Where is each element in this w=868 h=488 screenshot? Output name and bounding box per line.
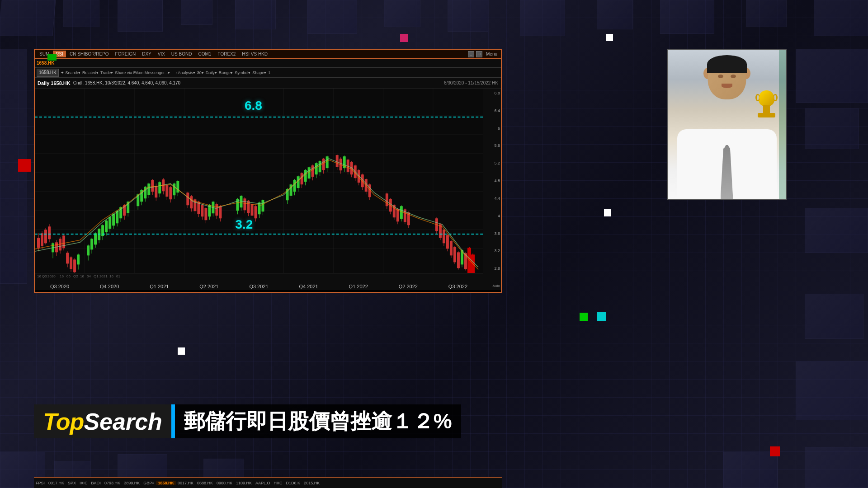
green-square-top bbox=[47, 54, 57, 61]
toolbar-range[interactable]: Range▾ bbox=[219, 70, 233, 75]
svg-rect-35 bbox=[70, 257, 72, 269]
svg-rect-123 bbox=[262, 200, 264, 211]
toolbar-trade[interactable]: Trade▾ bbox=[100, 70, 113, 75]
cyan-square-br bbox=[597, 312, 606, 321]
toolbar-share[interactable]: Share via Eikon Messenger...▾ bbox=[115, 70, 170, 75]
svg-rect-195 bbox=[457, 252, 460, 268]
svg-rect-45 bbox=[94, 233, 97, 244]
price-label-high: 6.8 bbox=[245, 99, 262, 113]
minimize-btn[interactable]: _ bbox=[468, 51, 474, 57]
chart-date-range: 6/30/2020 - 11/15/2022 HK bbox=[444, 80, 498, 85]
tab-dxy[interactable]: DXY bbox=[139, 51, 154, 57]
ticker-aapl: AAPL.O bbox=[254, 481, 272, 485]
toolbar-search[interactable]: ✦ Search▾ bbox=[61, 70, 80, 75]
price-tick-8: 4 bbox=[484, 214, 500, 218]
quarter-q2-2021: Q2 2021 bbox=[184, 284, 234, 289]
chart-area: 6.8 3.2 bbox=[35, 89, 501, 290]
svg-rect-145 bbox=[322, 159, 325, 170]
svg-rect-29 bbox=[59, 239, 61, 250]
price-tick-auto: Auto bbox=[484, 284, 500, 288]
svg-rect-87 bbox=[176, 181, 179, 192]
svg-rect-71 bbox=[147, 183, 150, 195]
svg-rect-53 bbox=[108, 217, 111, 229]
menu-btn[interactable]: Menu bbox=[484, 51, 499, 57]
tab-foreign[interactable]: FOREIGN bbox=[113, 51, 139, 57]
tab-cn-shibor[interactable]: CN SHIBOR/REPO bbox=[67, 51, 112, 57]
banner-top-text: Top bbox=[43, 408, 84, 435]
svg-rect-121 bbox=[258, 202, 260, 214]
svg-rect-97 bbox=[201, 205, 203, 216]
ticker-spx: SPX bbox=[66, 481, 78, 485]
svg-rect-17 bbox=[37, 238, 40, 248]
svg-rect-141 bbox=[315, 163, 318, 174]
toolbar-related[interactable]: Related▾ bbox=[82, 70, 99, 75]
time-axis: 16 Q3 2020 16 05 Q2 16 04 Q1 2021 16 01 … bbox=[35, 273, 483, 290]
svg-rect-31 bbox=[62, 235, 65, 248]
ticker-0688: 0688.HK bbox=[195, 481, 215, 485]
ticker-gbp: GBP= bbox=[142, 481, 156, 485]
price-tick-4: 5.6 bbox=[484, 143, 500, 148]
price-label-low: 3.2 bbox=[235, 217, 253, 232]
svg-rect-107 bbox=[219, 206, 222, 218]
chart-candle-info: Cndl, 1658.HK, 10/3/2022, 4.640, 4.640, … bbox=[73, 80, 180, 85]
svg-rect-187 bbox=[443, 230, 445, 243]
toolbar-period[interactable]: 30▾ bbox=[197, 70, 204, 75]
banner-inner: Top Search 郵儲行即日股價曾挫逾１２% bbox=[34, 404, 461, 438]
ticker-baoi: BAOI bbox=[90, 481, 103, 485]
svg-rect-73 bbox=[151, 180, 154, 192]
red-square-left bbox=[18, 159, 31, 172]
toolbar-num[interactable]: 1 bbox=[268, 70, 270, 75]
svg-rect-39 bbox=[77, 254, 80, 264]
pink-square bbox=[400, 34, 408, 42]
tab-hsi-hkd[interactable]: HSI VS HKD bbox=[239, 51, 270, 57]
quarter-q4-2020: Q4 2020 bbox=[85, 284, 134, 289]
price-tick-2: 6.4 bbox=[484, 108, 500, 113]
symbol-input-wrapper[interactable]: 1658.HK bbox=[37, 69, 59, 77]
svg-rect-77 bbox=[158, 182, 161, 193]
price-tick-7: 4.4 bbox=[484, 196, 500, 201]
toolbar-symbol[interactable]: Symbol▾ bbox=[235, 70, 250, 75]
symbol-bar: 1658.HK bbox=[35, 59, 501, 68]
svg-rect-21 bbox=[44, 230, 47, 243]
tab-com1[interactable]: COM1 bbox=[195, 51, 214, 57]
price-tick-11: 2.8 bbox=[484, 266, 500, 271]
toolbar-daily[interactable]: Daily▾ bbox=[206, 70, 217, 75]
quarter-q2-2022: Q2 2022 bbox=[383, 284, 433, 289]
tab-forex2[interactable]: FOREX2 bbox=[215, 51, 238, 57]
svg-rect-99 bbox=[204, 208, 207, 220]
svg-rect-55 bbox=[112, 214, 115, 225]
ticker-0793: 0793.HK bbox=[103, 481, 122, 485]
svg-rect-189 bbox=[446, 235, 449, 249]
symbol-display: 1658.HK bbox=[37, 61, 54, 66]
svg-rect-51 bbox=[105, 221, 108, 232]
white-square-1 bbox=[606, 34, 613, 41]
maximize-btn[interactable]: □ bbox=[476, 51, 482, 57]
banner-label: Top Search bbox=[34, 404, 171, 438]
svg-rect-129 bbox=[293, 180, 296, 192]
svg-rect-169 bbox=[386, 193, 388, 206]
svg-rect-119 bbox=[254, 206, 257, 218]
tab-vix[interactable]: VIX bbox=[155, 51, 168, 57]
webcam-content bbox=[668, 50, 786, 199]
svg-rect-113 bbox=[243, 198, 246, 210]
price-axis: 6.8 6.4 6 5.6 5.2 4.8 4.4 4 3.6 3.2 2.8 … bbox=[483, 89, 501, 290]
ticker-1109: 1109.HK bbox=[234, 481, 254, 485]
toolbar-shape[interactable]: Shape▾ bbox=[252, 70, 266, 75]
quarter-q1-2021: Q1 2021 bbox=[134, 284, 184, 289]
tab-us-bond[interactable]: US BOND bbox=[169, 51, 195, 57]
svg-rect-197 bbox=[461, 250, 463, 264]
price-tick-5: 5.2 bbox=[484, 161, 500, 165]
ticker-bar: FPSI 0017.HK SPX IXIC BAOI 0793.HK 3899.… bbox=[34, 477, 502, 488]
chart-window: SUM RSI CN SHIBOR/REPO FOREIGN DXY VIX U… bbox=[34, 49, 502, 293]
svg-rect-23 bbox=[48, 226, 51, 239]
svg-rect-131 bbox=[297, 176, 300, 188]
chart-title: Daily 1658.HK bbox=[38, 80, 71, 86]
svg-rect-91 bbox=[190, 196, 193, 208]
toolbar-analysis[interactable]: →Analysis▾ bbox=[174, 70, 195, 75]
symbol-input-value: 1658.HK bbox=[39, 70, 57, 75]
ticker-fpsi: FPSI bbox=[34, 481, 47, 485]
ticker-0017: 0017.HK bbox=[47, 481, 66, 485]
svg-rect-81 bbox=[165, 185, 168, 197]
chart-tabs: SUM RSI CN SHIBOR/REPO FOREIGN DXY VIX U… bbox=[35, 50, 501, 59]
svg-rect-193 bbox=[453, 247, 456, 262]
